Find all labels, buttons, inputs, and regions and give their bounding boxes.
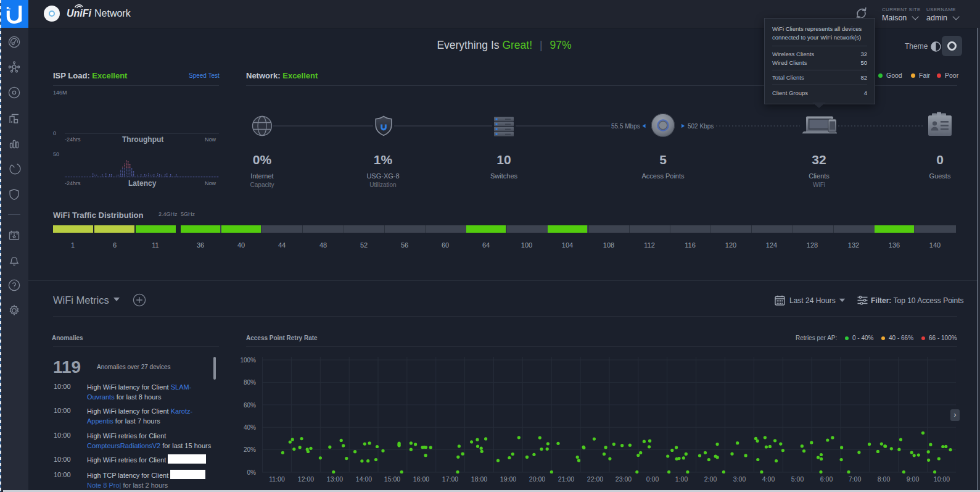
svg-text:502 Kbps: 502 Kbps [688,123,714,130]
svg-text:55.5 Mbps: 55.5 Mbps [611,123,640,130]
